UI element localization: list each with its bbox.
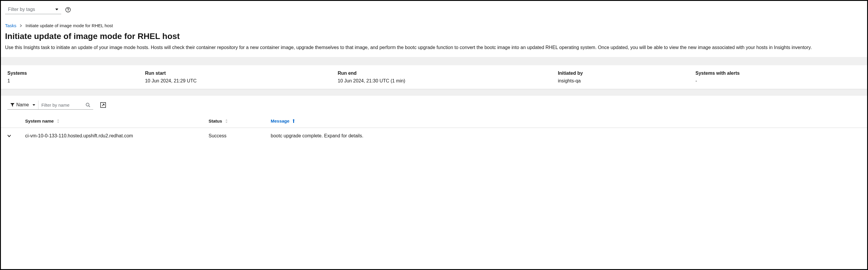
initiated-by-value: insights-qa xyxy=(558,78,695,83)
alerts-label: Systems with alerts xyxy=(695,71,861,76)
table-row: ci-vm-10-0-133-110.hosted.upshift.rdu2.r… xyxy=(1,128,867,144)
cell-message: bootc upgrade complete. Expand for detai… xyxy=(271,133,861,139)
section-divider xyxy=(1,57,867,65)
run-start-value: 10 Jun 2024, 21:29 UTC xyxy=(145,78,338,83)
search-icon[interactable] xyxy=(86,103,90,107)
filter-icon xyxy=(10,103,14,107)
chevron-down-icon xyxy=(55,8,58,10)
run-end-label: Run end xyxy=(338,71,558,76)
cell-system-name: ci-vm-10-0-133-110.hosted.upshift.rdu2.r… xyxy=(25,133,209,139)
column-status[interactable]: Status xyxy=(209,119,271,124)
expand-row-toggle[interactable] xyxy=(7,135,25,137)
svg-line-3 xyxy=(89,106,90,107)
svg-point-2 xyxy=(86,103,89,106)
breadcrumb-root-link[interactable]: Tasks xyxy=(5,23,16,28)
page-title: Initiate update of image mode for RHEL h… xyxy=(5,32,863,41)
table-header: System name Status Message xyxy=(1,114,867,128)
filter-by-name-input[interactable] xyxy=(41,102,86,107)
table-toolbar: Name xyxy=(1,96,867,114)
summary-card: Systems 1 Run start 10 Jun 2024, 21:29 U… xyxy=(1,65,867,89)
filter-type-label: Name xyxy=(16,102,29,107)
systems-label: Systems xyxy=(7,71,145,76)
section-divider xyxy=(1,89,867,96)
systems-value: 1 xyxy=(7,78,145,83)
breadcrumb-current: Initiate update of image mode for RHEL h… xyxy=(26,23,113,28)
cell-status: Success xyxy=(209,133,271,139)
filter-type-dropdown[interactable]: Name xyxy=(7,100,38,109)
chevron-right-icon xyxy=(20,24,22,27)
initiated-by-label: Initiated by xyxy=(558,71,695,76)
column-message[interactable]: Message xyxy=(271,119,861,124)
svg-point-1 xyxy=(68,11,68,11)
chevron-down-icon xyxy=(33,104,35,106)
alerts-value: - xyxy=(695,78,861,83)
sort-icon xyxy=(225,119,228,123)
page-description: Use this Insights task to initiate an up… xyxy=(5,44,863,51)
run-end-value: 10 Jun 2024, 21:30 UTC (1 min) xyxy=(338,78,558,83)
filter-by-tags-label: Filter by tags xyxy=(8,7,35,12)
export-button[interactable] xyxy=(100,102,106,108)
sort-asc-icon xyxy=(292,119,295,123)
filter-by-tags-dropdown[interactable]: Filter by tags xyxy=(5,5,61,14)
column-system-name[interactable]: System name xyxy=(25,119,209,124)
run-start-label: Run start xyxy=(145,71,338,76)
breadcrumb: Tasks Initiate update of image mode for … xyxy=(5,23,863,28)
help-icon[interactable] xyxy=(65,6,71,13)
sort-icon xyxy=(57,119,59,123)
